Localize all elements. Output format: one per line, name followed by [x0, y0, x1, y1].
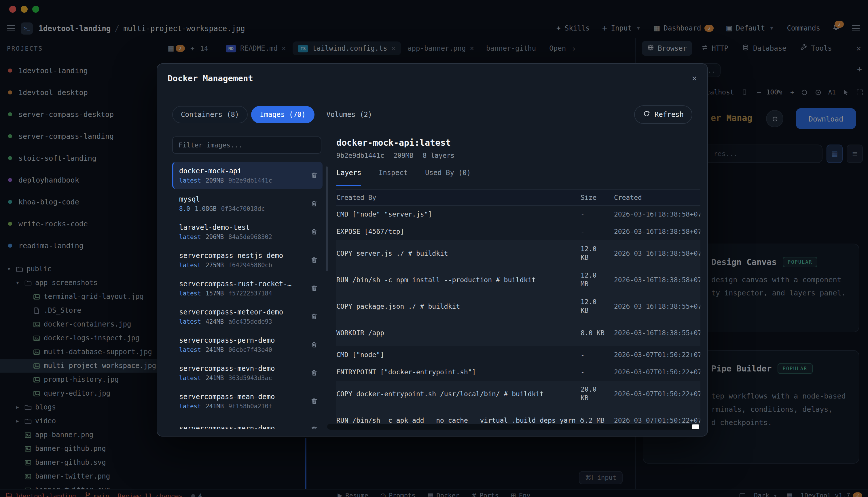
- layer-row[interactable]: COPY package.json ./ # buildkit 12.0 KB …: [336, 293, 700, 320]
- layer-created-by: COPY docker-entrypoint.sh /usr/local/bin…: [336, 390, 581, 398]
- detail-tabs: LayersInspectUsed By (0): [336, 169, 700, 183]
- image-tag: 8.0: [179, 205, 190, 212]
- delete-image-button[interactable]: [311, 426, 318, 429]
- list-scrollbar[interactable]: [326, 167, 328, 271]
- layer-created-by: EXPOSE [4567/tcp]: [336, 227, 581, 236]
- image-id: 06cbc7f43e40: [228, 346, 272, 353]
- layer-size: -: [581, 351, 614, 359]
- image-list-item[interactable]: docker-mock-api latest 209MB 9b2e9db1441…: [172, 162, 323, 189]
- image-name: servercompass-pern-demo: [179, 336, 307, 344]
- layer-created-by: COPY server.js ./ # buildkit: [336, 250, 581, 257]
- close-dialog-button[interactable]: ×: [692, 73, 697, 84]
- layer-created: 2026-03-07T01:50:22+07: [614, 416, 700, 424]
- delete-image-button[interactable]: [311, 369, 318, 377]
- layer-created: 2026-03-16T18:38:55+07: [614, 302, 700, 310]
- layer-size: 20.0 KB: [581, 385, 614, 402]
- delete-image-button[interactable]: [311, 200, 318, 207]
- image-name: servercompass-nestjs-demo: [179, 252, 307, 260]
- delete-image-button[interactable]: [311, 397, 318, 405]
- layer-row[interactable]: EXPOSE [4567/tcp] - 2026-03-16T18:38:58+…: [336, 223, 700, 240]
- image-id: 9f158b0a210f: [228, 402, 272, 410]
- image-detail: docker-mock-api:latest 9b2e9db1441c 209M…: [336, 134, 700, 426]
- refresh-button[interactable]: Refresh: [635, 105, 692, 124]
- layer-size: 5.2 MB: [581, 416, 614, 425]
- image-size: 424MB: [205, 318, 224, 325]
- detail-image-id: 9b2e9db1441c: [336, 152, 384, 159]
- detail-image-layers: 8 layers: [423, 152, 454, 159]
- delete-image-button[interactable]: [311, 341, 318, 349]
- image-list-item[interactable]: servercompass-mern-demo: [172, 416, 323, 429]
- image-name: docker-mock-api: [179, 167, 307, 175]
- detail-tab[interactable]: Used By (0): [425, 169, 471, 183]
- delete-image-button[interactable]: [311, 313, 318, 320]
- layer-row[interactable]: ENTRYPOINT ["docker-entrypoint.sh"] - 20…: [336, 364, 700, 381]
- layers-table: Created By Size Created CMD ["node" "ser…: [336, 189, 700, 426]
- layer-row[interactable]: CMD ["node" "server.js"] - 2026-03-16T18…: [336, 205, 700, 223]
- image-list: docker-mock-api latest 209MB 9b2e9db1441…: [172, 162, 323, 429]
- image-id: 0f34c70018dc: [221, 205, 265, 212]
- image-size: 241MB: [205, 346, 224, 353]
- image-tag: latest: [179, 261, 201, 268]
- filter-images-input[interactable]: [172, 137, 322, 154]
- delete-image-button[interactable]: [311, 284, 318, 292]
- layer-size: -: [581, 227, 614, 236]
- image-list-item[interactable]: servercompass-nestjs-demo latest 275MB f…: [172, 246, 323, 273]
- layer-created-by: RUN /bin/sh -c apk add --no-cache --virt…: [336, 416, 581, 424]
- layer-created-by: COPY package.json ./ # buildkit: [336, 302, 581, 310]
- image-list-item[interactable]: servercompass-rust-rocket-… latest 157MB…: [172, 275, 323, 302]
- image-name: servercompass-mevn-demo: [179, 365, 307, 373]
- table-header: Created By Size Created: [336, 189, 700, 205]
- layer-created-by: CMD ["node" "server.js"]: [336, 210, 581, 218]
- image-tag: latest: [179, 177, 201, 184]
- image-meta: 9b2e9db1441c 209MB 8 layers: [336, 152, 700, 159]
- image-size: 275MB: [205, 261, 224, 268]
- image-id: f642945880cb: [228, 261, 272, 268]
- image-list-item[interactable]: laravel-demo-test latest 296MB 84a5de968…: [172, 218, 323, 245]
- layer-row[interactable]: COPY server.js ./ # buildkit 12.0 KB 202…: [336, 240, 700, 267]
- layer-created: 2026-03-16T18:38:58+07: [614, 250, 700, 257]
- layer-size: 12.0 KB: [581, 245, 614, 262]
- layer-created: 2026-03-16T18:38:55+07: [614, 329, 700, 337]
- image-size: 157MB: [205, 290, 224, 297]
- delete-image-button[interactable]: [311, 256, 318, 264]
- layer-size: -: [581, 368, 614, 377]
- layer-size: 8.0 KB: [581, 329, 614, 337]
- modal-tab[interactable]: Images (70): [251, 106, 314, 123]
- modal-tab[interactable]: Containers (8): [172, 106, 248, 123]
- delete-image-button[interactable]: [311, 228, 318, 236]
- image-id: 84a5de968302: [228, 233, 272, 240]
- image-size: 209MB: [205, 177, 224, 184]
- layer-created: 2026-03-16T18:38:58+07: [614, 276, 700, 284]
- dialog-tab-row: Containers (8)Images (70)Volumes (2) Ref…: [172, 105, 692, 124]
- dialog-header: Docker Management ×: [157, 64, 707, 93]
- image-list-item[interactable]: servercompass-mevn-demo latest 241MB 363…: [172, 359, 323, 386]
- layer-row[interactable]: CMD ["node"] - 2026-03-07T01:50:22+07: [336, 346, 700, 364]
- image-tag: latest: [179, 374, 201, 381]
- layer-created-by: WORKDIR /app: [336, 329, 581, 337]
- layer-row[interactable]: RUN /bin/sh -c apk add --no-cache --virt…: [336, 407, 700, 426]
- image-list-item[interactable]: servercompass-meteor-demo latest 424MB a…: [172, 303, 323, 330]
- detail-tab[interactable]: Inspect: [379, 169, 408, 183]
- detail-tab[interactable]: Layers: [336, 169, 361, 183]
- table-body: CMD ["node" "server.js"] - 2026-03-16T18…: [336, 205, 700, 426]
- delete-image-button[interactable]: [311, 172, 318, 179]
- layer-created-by: ENTRYPOINT ["docker-entrypoint.sh"]: [336, 368, 581, 376]
- table-horizontal-scrollbar[interactable]: [327, 424, 700, 430]
- layer-created: 2026-03-07T01:50:22+07: [614, 390, 700, 398]
- layer-size: 12.0 MB: [581, 271, 614, 288]
- image-list-item[interactable]: servercompass-pern-demo latest 241MB 06c…: [172, 331, 323, 358]
- image-name: laravel-demo-test: [179, 224, 307, 231]
- horizontal-scrollbar-thumb[interactable]: [692, 424, 699, 429]
- modal-tab[interactable]: Volumes (2): [318, 106, 381, 123]
- image-name: servercompass-mean-demo: [179, 393, 307, 401]
- image-list-item[interactable]: mysql 8.0 1.08GB 0f34c70018dc: [172, 190, 323, 217]
- layer-row[interactable]: WORKDIR /app 8.0 KB 2026-03-16T18:38:55+…: [336, 320, 700, 346]
- image-tag: latest: [179, 233, 201, 240]
- layer-row[interactable]: RUN /bin/sh -c npm install --production …: [336, 267, 700, 293]
- app-window: >_ 1devtool-landing / multi-project-work…: [0, 0, 868, 497]
- layer-created: 2026-03-07T01:50:22+07: [614, 351, 700, 359]
- image-size: 296MB: [205, 233, 224, 240]
- image-size: 1.08GB: [195, 205, 216, 212]
- layer-row[interactable]: COPY docker-entrypoint.sh /usr/local/bin…: [336, 381, 700, 407]
- image-list-item[interactable]: servercompass-mean-demo latest 241MB 9f1…: [172, 387, 323, 415]
